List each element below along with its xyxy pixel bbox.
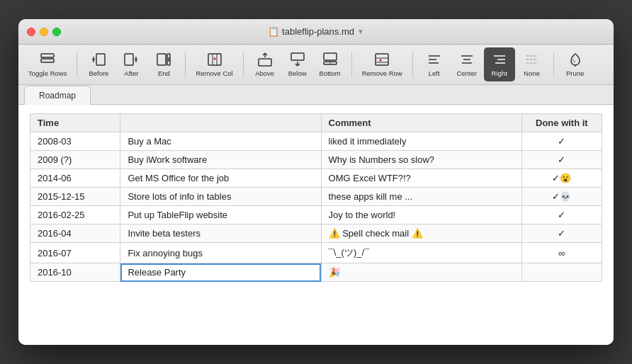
cell-comment[interactable]: OMG Excel WTF?!? xyxy=(321,169,521,188)
before-button[interactable]: Before xyxy=(83,47,114,81)
prune-button[interactable]: Prune xyxy=(560,47,591,81)
data-table: Time Comment Done with it 2008-03Buy a M… xyxy=(30,113,602,282)
chevron-down-icon: ▼ xyxy=(357,28,364,35)
svg-line-46 xyxy=(572,59,575,62)
cell-time[interactable]: 2016-10 xyxy=(30,263,120,282)
toggle-rows-label: Toggle Rows xyxy=(28,69,67,77)
above-label: Above xyxy=(255,69,274,77)
bottom-button[interactable]: Bottom xyxy=(315,47,346,81)
svg-rect-0 xyxy=(41,54,54,57)
svg-rect-9 xyxy=(157,54,166,65)
cell-item[interactable]: Buy a Mac xyxy=(120,132,321,151)
cell-done[interactable]: ∞ xyxy=(521,243,602,263)
cell-done[interactable]: ✓ xyxy=(521,132,602,151)
table-row: 2016-04Invite beta testers⚠️ Spell check… xyxy=(30,224,602,243)
remove-col-icon xyxy=(206,51,223,68)
end-label: End xyxy=(158,69,170,77)
svg-rect-28 xyxy=(376,54,388,65)
cell-done[interactable]: ✓💀 xyxy=(521,188,602,206)
separator-3 xyxy=(243,52,244,77)
separator-1 xyxy=(77,52,77,77)
svg-rect-1 xyxy=(41,59,54,62)
align-right-label: Right xyxy=(492,69,507,77)
title-text: tableflip-plans.md xyxy=(282,26,354,37)
toggle-rows-button[interactable]: Toggle Rows xyxy=(24,47,71,81)
cell-time[interactable]: 2014-06 xyxy=(30,169,120,188)
svg-rect-3 xyxy=(96,54,105,65)
table-row: 2016-07Fix annoying bugs¯\_(ツ)_/¯∞ xyxy=(30,243,602,263)
cell-time[interactable]: 2008-03 xyxy=(30,132,120,151)
cell-done[interactable]: ✓ xyxy=(521,151,602,169)
cell-comment[interactable]: liked it immediately xyxy=(321,132,521,151)
end-button[interactable]: End xyxy=(148,47,179,81)
above-button[interactable]: Above xyxy=(249,47,281,81)
svg-rect-25 xyxy=(324,53,337,60)
separator-5 xyxy=(412,52,413,77)
minimize-button[interactable] xyxy=(40,28,48,36)
cell-item[interactable]: Fix annoying bugs xyxy=(120,243,321,263)
align-none-label: None xyxy=(524,69,540,77)
cell-item[interactable]: Put up TableFlip website xyxy=(120,206,321,224)
cell-done[interactable]: ✓😮 xyxy=(521,169,602,188)
cell-time[interactable]: 2009 (?) xyxy=(30,151,120,169)
below-label: Below xyxy=(288,69,307,77)
svg-rect-6 xyxy=(125,54,133,65)
separator-4 xyxy=(351,52,352,77)
tab-bar: Roadmap xyxy=(18,85,614,105)
table-area[interactable]: Time Comment Done with it 2008-03Buy a M… xyxy=(18,105,614,345)
table-row: 2015-12-15Store lots of info in tablesth… xyxy=(30,188,602,206)
cell-done[interactable]: ✓ xyxy=(521,224,602,243)
remove-col-button[interactable]: Remove Col xyxy=(191,47,237,81)
cell-item[interactable]: Get MS Office for the job xyxy=(120,169,321,188)
prune-label: Prune xyxy=(566,69,584,77)
after-button[interactable]: After xyxy=(115,47,147,81)
cell-item[interactable]: Buy iWork software xyxy=(120,151,321,169)
prune-icon xyxy=(567,51,584,68)
cell-time[interactable]: 2015-12-15 xyxy=(30,188,120,206)
cell-item[interactable]: Invite beta testers xyxy=(120,224,321,243)
cell-time[interactable]: 2016-02-25 xyxy=(30,206,120,224)
before-label: Before xyxy=(89,69,108,77)
align-center-icon xyxy=(458,51,475,68)
remove-col-label: Remove Col xyxy=(196,69,232,77)
bottom-label: Bottom xyxy=(320,69,341,77)
toggle-rows-icon xyxy=(39,51,56,68)
svg-rect-21 xyxy=(291,53,304,60)
table-header-row: Time Comment Done with it xyxy=(30,114,602,132)
insert-after-icon xyxy=(123,51,140,68)
separator-6 xyxy=(553,52,554,77)
align-left-button[interactable]: Left xyxy=(419,47,450,81)
cell-comment[interactable]: 🎉 xyxy=(321,263,521,282)
align-left-label: Left xyxy=(429,69,440,77)
remove-row-icon xyxy=(373,51,390,68)
maximize-button[interactable] xyxy=(52,28,61,36)
cell-done[interactable]: ✓ xyxy=(521,206,602,224)
table-row: 2009 (?)Buy iWork softwareWhy is Numbers… xyxy=(30,151,602,169)
cell-comment[interactable]: these apps kill me ... xyxy=(321,188,521,206)
cell-time[interactable]: 2016-04 xyxy=(30,224,120,243)
tab-roadmap[interactable]: Roadmap xyxy=(24,86,91,105)
table-row: 2008-03Buy a Macliked it immediately✓ xyxy=(30,132,602,151)
cell-done[interactable] xyxy=(521,263,602,282)
below-button[interactable]: Below xyxy=(282,47,313,81)
file-icon: 📋 xyxy=(268,26,279,37)
cell-comment[interactable]: ⚠️ Spell check mail ⚠️ xyxy=(321,224,521,243)
cell-comment[interactable]: Why is Numbers so slow? xyxy=(321,151,521,169)
cell-item[interactable]: Store lots of info in tables xyxy=(120,188,321,206)
cell-time[interactable]: 2016-07 xyxy=(30,243,120,263)
align-right-icon xyxy=(491,51,508,68)
cell-comment[interactable]: ¯\_(ツ)_/¯ xyxy=(321,243,521,263)
insert-below-icon xyxy=(289,51,306,68)
align-none-button[interactable]: None xyxy=(517,47,548,81)
svg-rect-17 xyxy=(259,59,271,66)
align-right-button[interactable]: Right xyxy=(484,47,515,81)
insert-end-icon xyxy=(155,51,172,68)
close-button[interactable] xyxy=(27,28,35,36)
cell-comment[interactable]: Joy to the world! xyxy=(321,206,521,224)
align-left-icon xyxy=(426,51,443,68)
table-row: 2016-02-25Put up TableFlip websiteJoy to… xyxy=(30,206,602,224)
cell-item[interactable]: Release Party xyxy=(120,263,321,282)
align-center-label: Center xyxy=(456,69,477,77)
align-center-button[interactable]: Center xyxy=(451,47,483,81)
remove-row-button[interactable]: Remove Row xyxy=(358,47,407,81)
